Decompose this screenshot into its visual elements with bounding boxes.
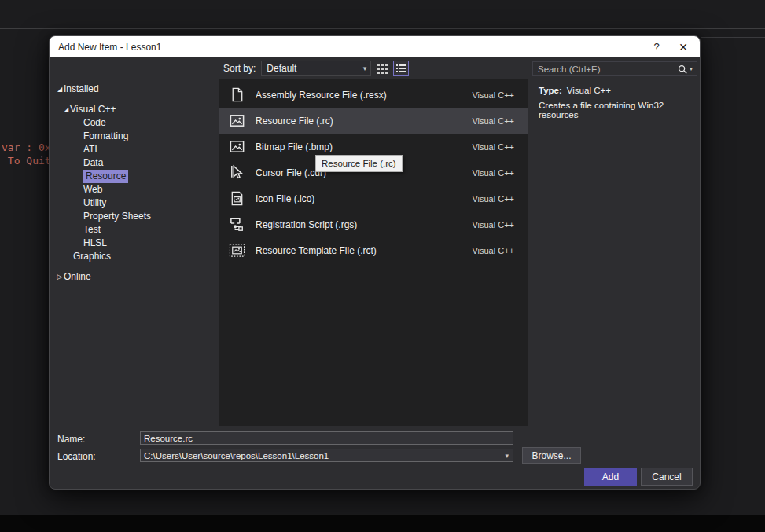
tree-item-label: Utility <box>83 196 106 210</box>
collapsed-arrow-icon: ▷ <box>56 270 64 284</box>
tree-item-label: Installed <box>64 83 99 96</box>
list-item-resource-file[interactable]: Resource File (.rc) Visual C++ <box>219 108 528 134</box>
search-icon[interactable] <box>677 64 688 75</box>
tree-item-graphics[interactable]: Graphics <box>50 250 219 263</box>
tree-item-label: Test <box>83 223 101 237</box>
location-value: C:\Users\User\source\repos\Lesson1\Lesso… <box>141 451 505 460</box>
registration-script-icon <box>228 216 245 233</box>
template-tree: ◢ Installed ◢ Visual C++ Code Formatting… <box>50 57 219 429</box>
list-item-assembly-resource[interactable]: Assembly Resource File (.resx) Visual C+… <box>219 82 528 108</box>
sort-toolbar: Sort by: Default ▾ <box>219 57 528 79</box>
list-item-type: Visual C++ <box>472 90 514 100</box>
list-item-type: Visual C++ <box>472 246 514 255</box>
tree-item-code[interactable]: Code <box>50 116 219 130</box>
list-item-icon-file[interactable]: Icon File (.ico) Visual C++ <box>219 185 528 211</box>
browse-button[interactable]: Browse... <box>522 447 581 464</box>
tree-item-data[interactable]: Data <box>50 156 219 170</box>
add-new-item-dialog: Add New Item - Lesson1 ? ✕ ◢ Installed ◢… <box>49 35 701 490</box>
name-input[interactable] <box>140 431 513 445</box>
tree-item-test[interactable]: Test <box>50 223 219 237</box>
location-combobox[interactable]: C:\Users\User\source\repos\Lesson1\Lesso… <box>140 449 513 462</box>
image-icon <box>228 112 245 130</box>
dialog-body: ◢ Installed ◢ Visual C++ Code Formatting… <box>50 57 700 490</box>
tree-item-formatting[interactable]: Formatting <box>50 130 219 143</box>
document-icon <box>228 86 245 104</box>
tree-item-label: Visual C++ <box>70 103 116 116</box>
list-item-type: Visual C++ <box>472 194 514 204</box>
tree-item-label: HLSL <box>83 237 107 250</box>
list-item-type: Visual C++ <box>472 116 514 126</box>
tree-item-label: Property Sheets <box>83 210 151 223</box>
list-view-button[interactable] <box>393 61 409 76</box>
grid-view-button[interactable] <box>374 61 390 76</box>
name-label: Name: <box>57 434 85 445</box>
tree-item-label: ATL <box>83 143 100 156</box>
list-item-label: Bitmap File (.bmp) <box>256 141 472 152</box>
location-label: Location: <box>57 451 96 462</box>
sort-dropdown-value: Default <box>267 63 362 74</box>
taskbar-strip <box>0 515 765 532</box>
cursor-icon <box>228 164 245 182</box>
tree-item-label: Graphics <box>73 250 111 263</box>
resource-template-icon <box>228 242 245 259</box>
tree-item-installed[interactable]: ◢ Installed <box>50 83 219 96</box>
background-window-divider <box>0 28 765 29</box>
tree-item-label: Data <box>83 156 103 170</box>
dialog-titlebar[interactable]: Add New Item - Lesson1 ? ✕ <box>50 36 700 57</box>
sort-dropdown[interactable]: Default ▾ <box>261 61 371 76</box>
list-item-label: Icon File (.ico) <box>256 193 472 204</box>
sort-by-label: Sort by: <box>223 63 256 74</box>
search-box[interactable]: ▾ <box>532 61 697 76</box>
list-item-label: Assembly Resource File (.resx) <box>256 90 472 101</box>
dialog-footer: Name: Location: C:\Users\User\source\rep… <box>50 429 701 490</box>
list-item-label: Resource Template File (.rct) <box>256 245 472 256</box>
tree-item-label: Formatting <box>83 130 128 143</box>
tree-item-hlsl[interactable]: HLSL <box>50 237 219 250</box>
tree-item-label: Web <box>83 183 102 196</box>
type-label: Type: <box>539 86 562 95</box>
type-value: Visual C++ <box>567 86 611 95</box>
chevron-down-icon: ▾ <box>363 64 367 72</box>
tree-item-label: Online <box>64 270 91 284</box>
details-pane: ▾ Type:Visual C++ Creates a file contain… <box>528 57 700 429</box>
expanded-arrow-icon: ◢ <box>62 103 70 116</box>
search-input[interactable] <box>533 64 677 74</box>
list-view-icon <box>395 63 406 74</box>
chevron-down-icon: ▾ <box>505 452 509 460</box>
tree-item-online[interactable]: ▷ Online <box>50 270 219 284</box>
tooltip-text: Resource File (.rc) <box>322 159 396 168</box>
cancel-button[interactable]: Cancel <box>641 468 693 486</box>
template-list: Assembly Resource File (.resx) Visual C+… <box>219 79 528 426</box>
list-item-label: Registration Script (.rgs) <box>256 219 472 230</box>
list-item-type: Visual C++ <box>472 168 514 178</box>
list-item-registration-script[interactable]: Registration Script (.rgs) Visual C++ <box>219 211 528 237</box>
template-list-pane: Sort by: Default ▾ <box>219 57 528 429</box>
tree-item-label: Code <box>83 116 106 130</box>
list-item-resource-template[interactable]: Resource Template File (.rct) Visual C++ <box>219 237 528 263</box>
list-item-type: Visual C++ <box>472 142 514 152</box>
tooltip: Resource File (.rc) <box>315 155 403 172</box>
expanded-arrow-icon: ◢ <box>56 83 64 96</box>
tree-item-web[interactable]: Web <box>50 183 219 196</box>
background-titlebar-line <box>701 37 765 38</box>
image-icon <box>228 138 245 156</box>
type-row: Type:Visual C++ <box>539 86 611 95</box>
template-description: Creates a file containing Win32 resource… <box>539 101 696 119</box>
tree-item-atl[interactable]: ATL <box>50 143 219 156</box>
list-item-label: Resource File (.rc) <box>256 116 472 127</box>
tree-item-property-sheets[interactable]: Property Sheets <box>50 210 219 223</box>
tree-item-utility[interactable]: Utility <box>50 196 219 210</box>
screen: var : 0x%p To Quit Add New Item - Lesson… <box>0 0 765 532</box>
grid-view-icon <box>377 63 388 75</box>
dialog-title: Add New Item - Lesson1 <box>58 42 161 53</box>
tree-item-resource[interactable]: Resource <box>50 170 219 183</box>
console-line-2: To Quit <box>2 155 51 167</box>
search-options-caret-icon[interactable]: ▾ <box>690 65 693 72</box>
close-button[interactable]: ✕ <box>671 36 695 57</box>
add-button[interactable]: Add <box>584 468 637 486</box>
icon-file-icon <box>228 190 245 207</box>
help-button[interactable]: ? <box>645 36 668 57</box>
tree-item-visual-cpp[interactable]: ◢ Visual C++ <box>50 103 219 116</box>
tree-item-label-selected: Resource <box>83 170 128 183</box>
list-item-type: Visual C++ <box>472 220 514 229</box>
